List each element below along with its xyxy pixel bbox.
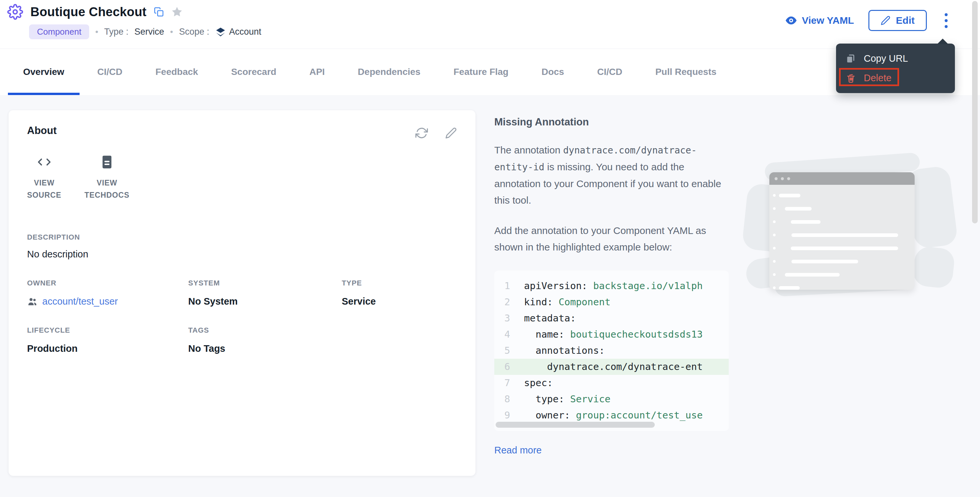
meta-separator: • (170, 27, 173, 37)
code-icon (37, 154, 52, 170)
page-title: Boutique Checkout (30, 5, 146, 19)
field-label: LIFECYCLE (27, 326, 188, 335)
annotation-paragraph-1: The annotation dynatrace.com/dynatrace-e… (494, 142, 725, 208)
star-icon[interactable] (171, 6, 183, 18)
tab-feedback[interactable]: Feedback (139, 49, 215, 95)
about-fields: OWNERaccount/test_userSYSTEMNo SystemTYP… (27, 279, 457, 354)
copy-filled-icon (846, 54, 856, 64)
browser-window-illustration (745, 149, 976, 294)
missing-annotation-title: Missing Annotation (494, 116, 963, 128)
page-vertical-scrollbar[interactable] (972, 1, 978, 224)
type-label: Type : (104, 27, 129, 37)
mock-browser-window (769, 172, 915, 290)
code-line-2: 2kind: Component (494, 294, 729, 310)
code-line-9: 9 owner: group:account/test_use (494, 407, 729, 423)
delete-annotation-box (839, 68, 899, 86)
about-card: About VIEW SOURCEVIEW TECHDOCS DESCRIPTI… (9, 110, 476, 476)
tab-bar: OverviewCI/CDFeedbackScorecardAPIDepende… (0, 49, 980, 95)
code-line-5: 5 annotations: (494, 343, 729, 359)
field-label: TAGS (188, 326, 342, 335)
field-tags: TAGSNo Tags (188, 326, 342, 354)
pencil-icon (881, 16, 891, 25)
mock-window-content (769, 185, 915, 290)
code-line-6: 6 dynatrace.com/dynatrace-ent (494, 359, 729, 375)
tab-ci-cd[interactable]: CI/CD (581, 49, 639, 95)
code-line-3: 3metadata: (494, 310, 729, 326)
field-lifecycle: LIFECYCLEProduction (27, 326, 188, 354)
tab-ci-cd[interactable]: CI/CD (81, 49, 139, 95)
tab-pull-requests[interactable]: Pull Requests (639, 49, 733, 95)
entity-header: Boutique Checkout Component • Type : Ser… (0, 0, 980, 48)
tab-dependencies[interactable]: Dependencies (341, 49, 437, 95)
entity-meta: Component • Type : Service • Scope : Acc… (29, 24, 261, 39)
code-lines: 1apiVersion: backstage.io/v1alph2kind: C… (494, 278, 729, 423)
menu-item-label: Copy URL (864, 53, 908, 64)
tab-docs[interactable]: Docs (525, 49, 581, 95)
field-type: TYPEService (342, 279, 457, 307)
tab-api[interactable]: API (293, 49, 341, 95)
tab-overview[interactable]: Overview (6, 49, 81, 95)
annotation-paragraph-2: Add the annotation to your Component YAM… (494, 222, 725, 256)
tab-scorecard[interactable]: Scorecard (215, 49, 293, 95)
about-action-label: VIEW SOURCE (27, 177, 61, 201)
code-line-4: 4 name: boutiquecheckoutsdsds13 (494, 326, 729, 343)
field-value: Service (342, 296, 457, 307)
about-card-title: About (27, 125, 57, 137)
kind-badge: Component (29, 24, 89, 39)
about-action-view-source[interactable]: VIEW SOURCE (27, 154, 61, 201)
gear-icon (7, 4, 23, 20)
yaml-code-block: 1apiVersion: backstage.io/v1alph2kind: C… (494, 271, 729, 431)
view-yaml-button[interactable]: View YAML (785, 14, 854, 26)
paragraph-text: The annotation (494, 144, 563, 156)
about-action-view-techdocs[interactable]: VIEW TECHDOCS (84, 154, 129, 201)
edit-about-icon[interactable] (445, 127, 457, 139)
edit-button[interactable]: Edit (869, 10, 927, 31)
field-value: No Tags (188, 343, 342, 354)
edit-label: Edit (896, 15, 915, 26)
kebab-menu-button[interactable] (941, 11, 951, 30)
about-action-label: VIEW TECHDOCS (84, 177, 129, 201)
read-more-link[interactable]: Read more (494, 445, 541, 456)
scope-value: Account (229, 27, 261, 37)
page: Boutique Checkout Component • Type : Ser… (0, 0, 980, 497)
meta-separator: • (95, 27, 98, 37)
scope-label: Scope : (179, 27, 209, 37)
layers-icon (215, 27, 226, 37)
field-value: No System (188, 296, 342, 307)
tab-feature-flag[interactable]: Feature Flag (437, 49, 525, 95)
field-label: TYPE (342, 279, 457, 287)
docs-icon (99, 154, 115, 170)
field-system: SYSTEMNo System (188, 279, 342, 307)
field-label: SYSTEM (188, 279, 342, 287)
view-yaml-label: View YAML (802, 15, 854, 26)
mock-window-titlebar (769, 172, 915, 185)
description-value: No description (27, 249, 457, 260)
field-owner: OWNERaccount/test_user (27, 279, 188, 307)
people-icon (27, 296, 38, 306)
owner-link[interactable]: account/test_user (27, 296, 188, 307)
description-label: DESCRIPTION (27, 233, 457, 241)
field-label: OWNER (27, 279, 188, 287)
code-horizontal-scrollbar[interactable] (496, 422, 655, 428)
code-line-1: 1apiVersion: backstage.io/v1alph (494, 278, 729, 294)
refresh-icon[interactable] (415, 127, 428, 139)
field-value: Production (27, 343, 188, 354)
type-value: Service (134, 27, 164, 37)
code-line-8: 8 type: Service (494, 391, 729, 407)
menu-item-copy-url[interactable]: Copy URL (836, 49, 955, 68)
about-actions: VIEW SOURCEVIEW TECHDOCS (27, 154, 457, 201)
copy-name-icon[interactable] (154, 7, 164, 17)
eye-icon (785, 14, 797, 26)
code-line-7: 7spec: (494, 375, 729, 391)
